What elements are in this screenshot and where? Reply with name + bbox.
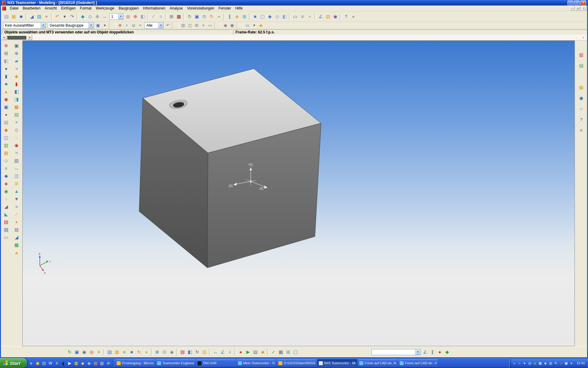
volume-tray-icon[interactable]: ● bbox=[522, 361, 527, 366]
point-icon[interactable]: ⊕ bbox=[94, 13, 101, 20]
block-icon[interactable]: ■ bbox=[2, 80, 10, 88]
component-filter-icon[interactable]: ≡ bbox=[200, 22, 207, 29]
edge-blend-icon[interactable]: ○ bbox=[2, 195, 10, 203]
zoom-in-icon[interactable]: ⊕ bbox=[153, 348, 161, 356]
update-display-icon[interactable]: ↻ bbox=[194, 348, 201, 356]
ruled-surface-icon[interactable]: ▰ bbox=[13, 57, 21, 65]
rectangle-select-icon[interactable]: ▭ bbox=[244, 22, 251, 29]
separator[interactable] bbox=[172, 22, 179, 29]
network-tray-icon[interactable]: ▦ bbox=[537, 361, 543, 366]
show-desktop-icon[interactable]: ▤ bbox=[41, 359, 47, 367]
sync-tray-icon[interactable]: ↻ bbox=[553, 361, 558, 366]
window-icon[interactable]: ▭ bbox=[292, 13, 299, 20]
separator[interactable] bbox=[289, 13, 291, 20]
midpoint-snap-icon[interactable]: + bbox=[123, 22, 130, 29]
graphics-viewport[interactable]: YC ZC XC Z Y X bbox=[22, 40, 575, 346]
layer-settings-icon[interactable]: ≡ bbox=[299, 13, 306, 20]
chamfer-icon[interactable]: ◢ bbox=[2, 203, 10, 210]
datum-plane-icon[interactable]: ◧ bbox=[2, 57, 10, 65]
pattern-icon[interactable]: ▩ bbox=[175, 13, 183, 20]
offset-surface-icon[interactable]: ◨ bbox=[13, 95, 21, 103]
delete-icon[interactable]: × bbox=[43, 13, 50, 20]
internet-tab[interactable]: ◉ bbox=[577, 94, 585, 102]
synchronize-icon[interactable]: ↻ bbox=[66, 348, 73, 356]
sew-icon[interactable]: ▦ bbox=[13, 103, 21, 111]
instance-icon[interactable]: ⊞ bbox=[13, 180, 21, 187]
grip-icon[interactable]: ◆ bbox=[259, 348, 266, 356]
separator[interactable] bbox=[315, 13, 316, 20]
material-icon[interactable]: ◉ bbox=[332, 13, 339, 20]
folder-quick-icon[interactable]: ▦ bbox=[73, 359, 79, 367]
face-filter-icon[interactable]: ◫ bbox=[187, 22, 193, 29]
printer-tray-icon[interactable]: ▥ bbox=[548, 361, 553, 366]
overflow-arrow-icon[interactable]: » bbox=[350, 13, 357, 20]
bounded-plane-icon[interactable]: ◧ bbox=[13, 88, 21, 95]
expression-icon[interactable]: = bbox=[13, 149, 21, 157]
select-point-icon[interactable]: ⊕ bbox=[2, 42, 10, 49]
part-family-icon[interactable]: ▥ bbox=[13, 157, 21, 164]
separator[interactable] bbox=[109, 22, 116, 29]
display-tray-icon[interactable]: ▤ bbox=[527, 361, 532, 366]
body-filter-icon[interactable]: ▭ bbox=[207, 22, 213, 29]
check-mate-icon[interactable]: ✓ bbox=[270, 348, 277, 356]
isometric-view-icon[interactable]: ◆ bbox=[266, 13, 273, 20]
task-mein-teamcenter[interactable]: Mein Teamcenter - Te... bbox=[236, 359, 276, 367]
object-display-icon[interactable]: ▣ bbox=[73, 348, 81, 356]
strip-scroll-left-button[interactable]: < bbox=[2, 35, 7, 40]
scope-list-arrow-icon[interactable]: ▾ bbox=[101, 22, 108, 29]
child-close-button[interactable]: × bbox=[581, 6, 586, 10]
strip-scroll-right-button[interactable]: > bbox=[27, 35, 32, 40]
datum-csys-icon[interactable]: + bbox=[13, 218, 21, 226]
unite-icon[interactable]: ◆ bbox=[2, 172, 10, 180]
mirror-icon[interactable]: ◫ bbox=[13, 172, 21, 180]
bottom-combo[interactable]: ▼ bbox=[371, 349, 420, 355]
touch-mode-icon[interactable]: ⊞ bbox=[285, 348, 292, 356]
antivirus-tray-icon[interactable]: ● bbox=[517, 361, 522, 366]
combo-arrow-icon[interactable]: ▼ bbox=[41, 23, 46, 28]
task-outlook[interactable]: Posteingang - Micros... bbox=[115, 359, 155, 367]
intersection-snap-icon[interactable]: × bbox=[137, 22, 144, 29]
handles-icon[interactable]: ◆ bbox=[443, 348, 451, 356]
raster-image-icon[interactable]: ▨ bbox=[13, 226, 21, 233]
pan-mode-icon[interactable]: + bbox=[143, 348, 150, 356]
history-tab[interactable]: ○ bbox=[577, 105, 585, 113]
style-icon[interactable]: ▣ bbox=[13, 42, 21, 49]
selection-filter-combo[interactable]: Kein Auswahlfilter ▼ bbox=[3, 22, 46, 29]
strip-drag-handle[interactable] bbox=[7, 36, 26, 40]
selection-scope-combo[interactable]: Gesamte Baugruppe ▼ bbox=[48, 22, 94, 29]
macro-record-icon[interactable]: ● bbox=[237, 348, 244, 356]
window-layout-icon[interactable]: ⊞ bbox=[2, 49, 10, 57]
split-body-icon[interactable]: ▧ bbox=[2, 226, 10, 233]
separator[interactable] bbox=[209, 349, 211, 355]
rotate-view-icon[interactable]: ↻ bbox=[208, 13, 215, 20]
zoom-out-icon[interactable]: ⊙ bbox=[161, 348, 168, 356]
section-view-icon[interactable]: ▨ bbox=[179, 348, 186, 356]
clip-section-icon[interactable]: ◧ bbox=[186, 348, 194, 356]
thread-icon[interactable]: ≡ bbox=[2, 164, 10, 172]
separator[interactable] bbox=[51, 13, 53, 20]
ortho-icon[interactable]: ∥ bbox=[429, 348, 436, 356]
subtract-icon[interactable]: ◈ bbox=[2, 180, 10, 187]
separator[interactable] bbox=[176, 349, 178, 355]
face-blend-icon[interactable]: ○ bbox=[13, 134, 21, 141]
zoom-icon[interactable]: ⊙ bbox=[201, 13, 208, 20]
fill-surface-icon[interactable]: ▩ bbox=[13, 241, 21, 249]
track-icon[interactable]: ● bbox=[436, 348, 443, 356]
media-player-quick-icon[interactable]: ▶ bbox=[66, 359, 73, 367]
select-preview-icon[interactable]: ▣ bbox=[229, 22, 236, 29]
separator[interactable] bbox=[267, 349, 269, 355]
wcs-display-icon[interactable]: + bbox=[306, 13, 314, 20]
measure-angle-icon[interactable]: ∠ bbox=[219, 348, 226, 356]
save-icon[interactable]: ■ bbox=[17, 13, 25, 20]
child-restore-button[interactable]: ▭ bbox=[575, 6, 581, 10]
task-foren-cad-2[interactable]: Foren auf CAD.de - A... bbox=[398, 359, 438, 367]
ie-quick-icon[interactable]: e bbox=[28, 359, 34, 367]
restore-button[interactable]: ▭ bbox=[574, 1, 580, 5]
pan-icon[interactable]: + bbox=[215, 13, 223, 20]
perspective-icon[interactable]: ◈ bbox=[168, 348, 175, 356]
measure-icon[interactable]: ∠ bbox=[317, 13, 324, 20]
notepad-quick-icon[interactable]: ▥ bbox=[99, 359, 105, 367]
full-screen-icon[interactable]: ▢ bbox=[292, 348, 299, 356]
rect-select-arrow-icon[interactable]: ▾ bbox=[251, 22, 258, 29]
customer-defaults-icon[interactable]: ▦ bbox=[277, 348, 285, 356]
